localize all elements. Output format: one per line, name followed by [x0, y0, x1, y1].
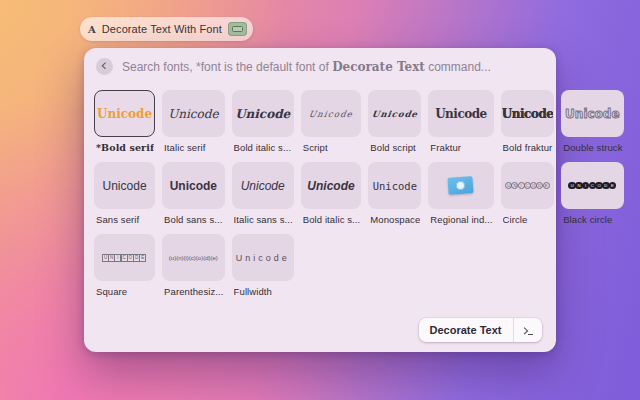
font-label: Black circle	[563, 214, 622, 225]
font-label: Script	[303, 142, 361, 153]
font-card-bold-sans[interactable]: Unicode	[162, 162, 225, 209]
font-label: Sans serif	[96, 214, 154, 225]
font-label: Parenthesiz...	[164, 286, 224, 297]
font-card-circle[interactable]: UNICODE	[501, 162, 555, 209]
font-label: Fraktur	[430, 142, 492, 153]
font-cell: UnicodeFraktur	[428, 90, 493, 162]
font-cell: UNICODESquare	[94, 234, 155, 306]
search-placeholder-command: Decorate Text	[332, 60, 425, 74]
font-card-bold-script[interactable]: Unicode	[368, 90, 421, 137]
font-card-fullwidth[interactable]: Unicode	[232, 234, 294, 281]
font-cell: UnicodeScript	[301, 90, 362, 162]
font-cell: (u)(n)(i)(c)(o)(d)(e)Parenthesiz...	[162, 234, 225, 306]
command-pill-label: Decorate Text With Font	[102, 23, 222, 35]
font-preview: Unicode	[103, 179, 147, 193]
font-card-script[interactable]: Unicode	[301, 90, 362, 137]
font-card-parenthesized[interactable]: (u)(n)(i)(c)(o)(d)(e)	[162, 234, 225, 281]
font-label: Square	[96, 286, 154, 297]
font-label: Bold script	[370, 142, 420, 153]
font-cell: UnicodeBold italic s...	[301, 162, 362, 234]
font-cell: UNICODEBlack circle	[561, 162, 623, 234]
font-card-monospace[interactable]: Unicode	[368, 162, 421, 209]
font-card-square[interactable]: UNICODE	[94, 234, 155, 281]
font-label: Double struck	[563, 142, 622, 153]
font-cell: UnicodeSans serif	[94, 162, 155, 234]
hotkey-badge-icon	[228, 22, 247, 36]
search-placeholder-suffix: command...	[425, 60, 491, 74]
font-cell: UNICODECircle	[501, 162, 555, 234]
font-preview: Unicode	[241, 179, 285, 193]
font-preview: Unicode	[236, 253, 290, 263]
font-label: Bold fraktur	[503, 142, 554, 153]
font-card-sans[interactable]: Unicode	[94, 162, 155, 209]
decorate-text-button[interactable]: Decorate Text	[419, 318, 542, 342]
font-preview: Unicode	[170, 179, 217, 193]
font-card-black-circle[interactable]: UNICODE	[561, 162, 623, 209]
font-cell: UnicodeFullwidth	[232, 234, 294, 306]
font-label: *Bold serif	[96, 142, 154, 153]
font-cell: Unicode*Bold serif	[94, 90, 155, 162]
font-preview: UNICODE	[103, 254, 146, 262]
font-card-double-struck[interactable]: Unicode	[561, 90, 623, 137]
font-label: Bold italic s...	[303, 214, 361, 225]
font-label: Bold italic s...	[234, 142, 293, 153]
command-pill[interactable]: A Decorate Text With Font	[80, 17, 253, 41]
font-cell: UnicodeItalic serif	[162, 90, 225, 162]
font-preview: UNICODE	[506, 182, 550, 189]
font-preview: UNICODE	[569, 182, 616, 190]
font-preview: Unicode	[373, 180, 417, 192]
font-label: Bold sans s...	[164, 214, 224, 225]
font-preview: Unicode	[371, 109, 419, 119]
font-label: Circle	[503, 214, 554, 225]
search-bar: Search fonts, *font is the default font …	[84, 48, 556, 81]
font-label: Monospace	[370, 214, 420, 225]
font-picker-panel: Search fonts, *font is the default font …	[84, 48, 556, 352]
font-label: Fullwidth	[234, 286, 293, 297]
font-card-regional[interactable]	[428, 162, 493, 209]
font-cell: Regional ind...	[428, 162, 493, 234]
font-preview: Unicode	[235, 107, 290, 121]
font-card-bold-italic-serif[interactable]: Unicode	[232, 90, 294, 137]
font-label: Italic serif	[164, 142, 224, 153]
font-cell: UnicodeMonospace	[368, 162, 421, 234]
search-placeholder-prefix: Search fonts, *font is the default font …	[122, 60, 332, 74]
un-flag-icon	[448, 176, 474, 195]
font-cell: UnicodeDouble struck	[561, 90, 623, 162]
font-preview: Unicode	[168, 107, 218, 121]
font-preview: Unicode	[502, 107, 554, 121]
font-label: Italic sans s...	[234, 214, 293, 225]
font-preview: Unicode	[308, 109, 354, 119]
font-cell: UnicodeBold fraktur	[501, 90, 555, 162]
decorate-text-button-label: Decorate Text	[419, 318, 513, 342]
font-cell: UnicodeBold sans s...	[162, 162, 225, 234]
shortcut-key-icon	[513, 318, 543, 342]
font-card-italic-sans[interactable]: Unicode	[232, 162, 294, 209]
font-preview: Unicode	[97, 107, 152, 121]
font-label: Regional ind...	[430, 214, 492, 225]
font-cell: UnicodeBold italic s...	[232, 90, 294, 162]
search-input[interactable]: Search fonts, *font is the default font …	[122, 60, 491, 74]
font-card-bold-fraktur[interactable]: Unicode	[501, 90, 555, 137]
back-button[interactable]	[96, 58, 113, 75]
font-preview: Unicode	[435, 107, 487, 121]
font-grid: Unicode*Bold serifUnicodeItalic serifUni…	[84, 81, 556, 306]
font-preview: Unicode	[565, 107, 620, 121]
chevron-left-icon	[102, 62, 109, 69]
font-cell: UnicodeItalic sans s...	[232, 162, 294, 234]
font-cell: UnicodeBold script	[368, 90, 421, 162]
decorate-text-icon: A	[88, 23, 96, 34]
font-preview: Unicode	[307, 179, 354, 193]
font-card-bold-serif[interactable]: Unicode	[94, 90, 155, 137]
font-card-bold-italic-sans[interactable]: Unicode	[301, 162, 362, 209]
font-card-fraktur[interactable]: Unicode	[428, 90, 493, 137]
font-card-italic-serif[interactable]: Unicode	[162, 90, 225, 137]
font-preview: (u)(n)(i)(c)(o)(d)(e)	[169, 255, 218, 261]
